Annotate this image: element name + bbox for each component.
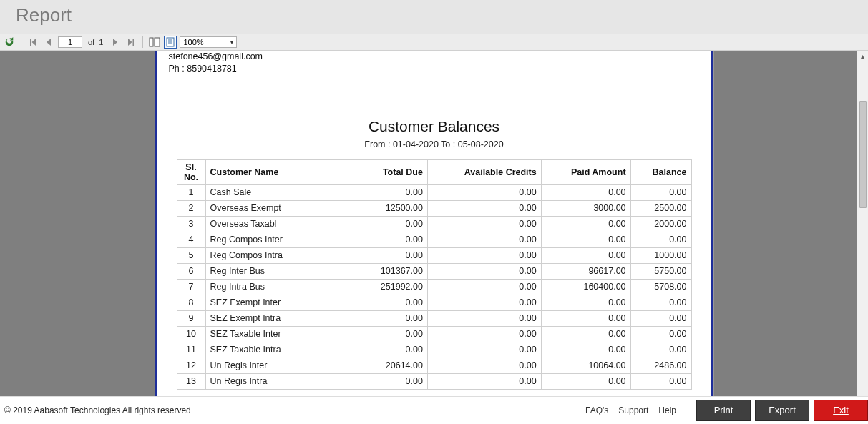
col-credits: Available Credits [427,159,541,184]
cell-name: Reg Compos Intra [205,247,356,263]
toolbar-separator [142,36,143,48]
table-row: 11SEZ Taxable Intra0.000.000.000.00 [177,342,691,358]
cell-balance: 0.00 [630,295,691,310]
window-header: Report [0,0,868,34]
table-row: 5Reg Compos Intra0.000.000.001000.00 [177,247,691,263]
cell-name: Cash Sale [205,184,356,200]
toolbar-separator [21,36,21,48]
cell-due: 20614.00 [356,358,427,373]
cell-balance: 0.00 [630,342,691,358]
faqs-link[interactable]: FAQ's [585,405,608,415]
scroll-up-icon[interactable]: ▴ [857,51,869,62]
cell-paid: 0.00 [541,310,630,326]
cell-due: 0.00 [356,216,427,232]
cell-name: Reg Inter Bus [205,263,356,279]
report-date-range: From : 01-04-2020 To : 05-08-2020 [166,139,703,149]
cell-due: 0.00 [356,184,427,200]
col-paid: Paid Amount [541,159,630,184]
cell-sl: 13 [177,373,205,389]
cell-name: Reg Compos Inter [205,232,356,247]
cell-paid: 0.00 [541,295,630,310]
table-row: 13Un Regis Intra0.000.000.000.00 [177,373,691,389]
cell-balance: 2486.00 [630,358,691,373]
cell-credits: 0.00 [427,310,541,326]
cell-sl: 6 [177,263,205,279]
cell-sl: 11 [177,342,205,358]
export-button[interactable]: Export [755,400,809,421]
table-row: 2Overseas Exempt12500.000.003000.002500.… [177,200,691,216]
cell-balance: 2000.00 [630,216,691,232]
footer-buttons: Print Export Exit [696,400,868,421]
cell-name: SEZ Exempt Inter [205,295,356,310]
zoom-value: 100% [183,38,203,46]
cell-balance: 0.00 [630,310,691,326]
current-page-input[interactable] [58,36,82,48]
print-layout-icon[interactable] [164,36,177,49]
cell-due: 0.00 [356,310,427,326]
cell-name: SEZ Exempt Intra [205,310,356,326]
last-page-icon[interactable] [125,36,137,49]
table-row: 7Reg Intra Bus251992.000.00160400.005708… [177,279,691,295]
cell-sl: 2 [177,200,205,216]
col-balance: Balance [630,159,691,184]
help-link[interactable]: Help [658,405,676,415]
cell-paid: 0.00 [541,216,630,232]
col-due: Total Due [356,159,427,184]
cell-due: 0.00 [356,342,427,358]
svg-rect-1 [155,38,160,46]
cell-name: Overseas Taxabl [205,216,356,232]
cell-due: 101367.00 [356,263,427,279]
svg-rect-0 [150,38,153,46]
cell-credits: 0.00 [427,342,541,358]
report-viewport: stefone456@gmail.com Ph : 8590418781 Cus… [0,51,868,396]
table-row: 8SEZ Exempt Inter0.000.000.000.00 [177,295,691,310]
cell-sl: 4 [177,232,205,247]
cell-balance: 5708.00 [630,279,691,295]
cell-paid: 0.00 [541,373,630,389]
prev-page-icon[interactable] [42,36,55,49]
cell-due: 0.00 [356,295,427,310]
cell-paid: 0.00 [541,342,630,358]
balances-table: Sl. No. Customer Name Total Due Availabl… [177,159,692,390]
first-page-icon[interactable] [26,36,39,49]
org-info-block: stefone456@gmail.com Ph : 8590418781 [166,51,703,75]
support-link[interactable]: Support [618,405,648,415]
cell-credits: 0.00 [427,295,541,310]
cell-balance: 1000.00 [630,247,691,263]
table-row: 12Un Regis Inter20614.000.0010064.002486… [177,358,691,373]
footer-bar: © 2019 Aabasoft Technologies All rights … [0,396,868,424]
cell-balance: 0.00 [630,184,691,200]
cell-credits: 0.00 [427,184,541,200]
cell-credits: 0.00 [427,216,541,232]
scroll-thumb[interactable] [859,101,867,208]
copyright-text: © 2019 Aabasoft Technologies All rights … [4,405,191,415]
svg-rect-2 [167,38,174,46]
refresh-icon[interactable] [3,36,16,49]
cell-credits: 0.00 [427,200,541,216]
zoom-dropdown[interactable]: 100% ▾ [180,36,237,48]
next-page-icon[interactable] [109,36,122,49]
report-page: stefone456@gmail.com Ph : 8590418781 Cus… [155,51,713,396]
cell-credits: 0.00 [427,326,541,342]
org-phone: Ph : 8590418781 [169,63,703,75]
print-button[interactable]: Print [696,400,751,421]
cell-sl: 9 [177,310,205,326]
cell-due: 0.00 [356,373,427,389]
table-row: 3Overseas Taxabl0.000.000.002000.00 [177,216,691,232]
cell-balance: 2500.00 [630,200,691,216]
col-sl: Sl. No. [177,159,205,184]
cell-due: 251992.00 [356,279,427,295]
table-row: 9SEZ Exempt Intra0.000.000.000.00 [177,310,691,326]
exit-button[interactable]: Exit [814,400,868,421]
page-layout-icon[interactable] [148,36,161,49]
org-email: stefone456@gmail.com [169,51,703,63]
cell-balance: 0.00 [630,326,691,342]
vertical-scrollbar[interactable]: ▴ [857,51,868,396]
cell-due: 0.00 [356,232,427,247]
cell-credits: 0.00 [427,358,541,373]
cell-sl: 7 [177,279,205,295]
chevron-down-icon: ▾ [230,39,233,46]
cell-name: Un Regis Inter [205,358,356,373]
table-header-row: Sl. No. Customer Name Total Due Availabl… [177,159,691,184]
cell-due: 0.00 [356,247,427,263]
